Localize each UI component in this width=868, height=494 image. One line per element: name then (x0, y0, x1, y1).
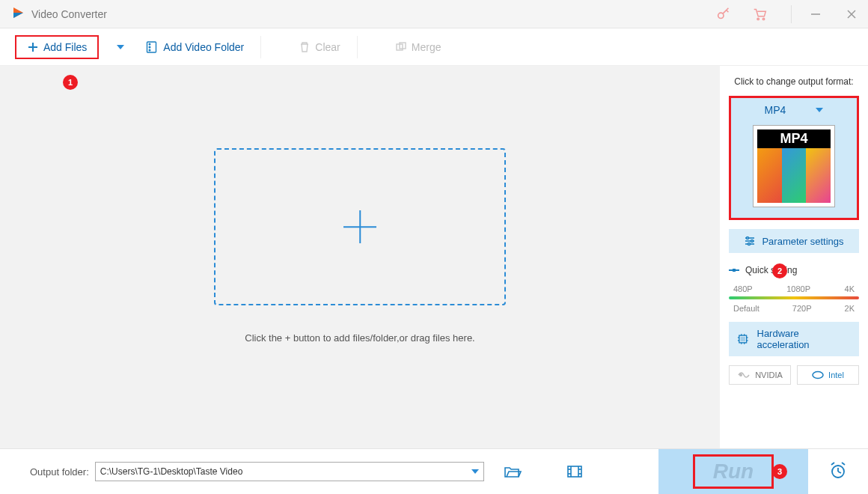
nvidia-icon (737, 370, 751, 379)
svg-line-45 (842, 463, 845, 465)
cart-icon[interactable] (751, 5, 768, 23)
titlebar: Video Converter (0, 0, 868, 28)
minimize-icon[interactable] (807, 5, 825, 23)
node-icon (729, 265, 739, 275)
toolbar: Add Files Add Video Folder Clear Merge (0, 28, 868, 66)
dropzone-hint: Click the + button to add files/folder,o… (245, 332, 474, 344)
chip-icon (736, 332, 750, 346)
output-format-selector[interactable]: MP4 MP4 (729, 96, 859, 220)
step-badge-1: 1 (63, 75, 78, 90)
toolbar-separator (357, 36, 358, 58)
plus-icon (27, 41, 39, 53)
merge-label: Merge (412, 41, 441, 53)
preset-4k: 4K (845, 284, 855, 293)
clear-button[interactable]: Clear (299, 41, 340, 53)
merge-icon (395, 41, 407, 53)
trash-icon (299, 41, 311, 53)
step-badge-2: 2 (772, 263, 787, 278)
format-name: MP4 (765, 104, 786, 116)
film-icon (566, 465, 583, 478)
film-button[interactable] (566, 465, 583, 478)
alarm-clock-icon (828, 461, 848, 481)
step-badge-3: 3 (772, 464, 787, 479)
format-thumb-label: MP4 (757, 129, 831, 148)
output-sidebar: Click to change output format: MP4 MP4 2… (720, 66, 868, 448)
dropzone[interactable] (214, 148, 506, 305)
preset-480p: 480P (733, 284, 753, 293)
add-files-label: Add Files (43, 41, 87, 53)
nvidia-label: NVIDIA (755, 370, 783, 379)
folder-open-icon (504, 464, 522, 479)
quick-setting-slider[interactable]: 480P 1080P 4K Default 720P 2K (729, 284, 859, 313)
format-thumbnail: MP4 (753, 125, 835, 207)
svg-point-32 (739, 373, 742, 376)
svg-rect-34 (568, 466, 581, 477)
nvidia-toggle[interactable]: NVIDIA (729, 365, 791, 385)
add-folder-button[interactable]: Add Video Folder (145, 40, 244, 54)
intel-toggle[interactable]: Intel (797, 365, 859, 385)
preset-1080p: 1080P (786, 284, 810, 293)
parameter-settings-button[interactable]: Parameter settings (729, 229, 859, 253)
hardware-acceleration-button[interactable]: Hardware acceleration (729, 322, 859, 356)
svg-point-10 (150, 46, 151, 48)
footer: Output folder: C:\Users\TG-1\Desktop\Tas… (0, 448, 868, 494)
clear-label: Clear (315, 41, 340, 53)
svg-point-2 (762, 18, 764, 19)
svg-rect-23 (741, 338, 745, 341)
key-icon[interactable] (715, 5, 733, 23)
svg-line-44 (831, 463, 834, 465)
svg-rect-8 (147, 42, 156, 52)
toolbar-separator (260, 36, 261, 58)
output-folder-input[interactable]: C:\Users\TG-1\Desktop\Taste Video (95, 462, 484, 481)
parameter-settings-label: Parameter settings (762, 236, 843, 247)
add-folder-label: Add Video Folder (163, 41, 244, 53)
svg-point-33 (813, 372, 823, 379)
intel-icon (812, 370, 824, 379)
svg-point-0 (718, 13, 724, 18)
open-folder-button[interactable] (504, 464, 522, 479)
intel-label: Intel (828, 370, 844, 379)
run-button[interactable]: Run (693, 454, 774, 489)
merge-button[interactable]: Merge (395, 41, 441, 53)
plus-icon (343, 210, 376, 243)
svg-point-17 (747, 237, 749, 240)
svg-point-18 (751, 240, 754, 243)
run-label: Run (713, 460, 754, 483)
quick-setting-header: Quick setting (729, 265, 859, 275)
chevron-down-icon (471, 469, 479, 474)
svg-point-11 (150, 49, 151, 51)
preset-2k: 2K (845, 304, 855, 313)
sliders-icon (744, 235, 756, 247)
close-icon[interactable] (843, 5, 861, 23)
svg-point-9 (150, 43, 151, 45)
drop-stage: 1 Click the + button to add files/folder… (0, 66, 720, 448)
output-folder-label: Output folder: (30, 466, 89, 478)
change-format-label: Click to change output format: (729, 76, 859, 87)
output-folder-path: C:\Users\TG-1\Desktop\Taste Video (100, 466, 243, 477)
svg-rect-21 (733, 269, 736, 272)
hw-accel-label: Hardware acceleration (757, 328, 852, 350)
svg-point-19 (748, 243, 751, 246)
svg-point-1 (757, 18, 759, 19)
preset-default: Default (733, 304, 760, 313)
svg-line-43 (838, 472, 841, 473)
folder-video-icon (145, 40, 159, 54)
app-logo-icon (10, 5, 25, 22)
scheduler-button[interactable] (828, 461, 848, 483)
add-files-dropdown-icon[interactable] (117, 45, 124, 49)
app-title: Video Converter (31, 8, 107, 20)
run-zone: Run 3 (658, 449, 808, 494)
chevron-down-icon (816, 108, 823, 112)
add-files-button[interactable]: Add Files (15, 35, 99, 59)
preset-720p: 720P (792, 304, 812, 313)
quick-setting-label: Quick setting (745, 265, 797, 275)
